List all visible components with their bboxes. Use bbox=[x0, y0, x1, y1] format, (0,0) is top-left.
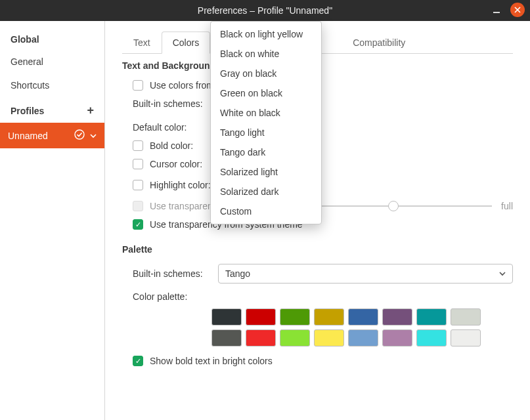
palette-scheme-dropdown[interactable]: Tango bbox=[218, 264, 513, 284]
bold-bright-label: Show bold text in bright colors bbox=[150, 356, 273, 366]
svg-point-1 bbox=[75, 130, 84, 139]
palette-builtin-label: Built-in schemes: bbox=[133, 268, 211, 279]
default-color-label: Default color: bbox=[133, 122, 211, 133]
slider-full-label: full bbox=[501, 201, 513, 211]
add-profile-icon[interactable]: + bbox=[87, 104, 94, 117]
palette-swatch[interactable] bbox=[416, 329, 447, 346]
scheme-option[interactable]: Custom bbox=[211, 201, 321, 221]
scheme-option[interactable]: White on black bbox=[211, 103, 321, 123]
cursor-color-checkbox[interactable] bbox=[133, 159, 143, 169]
palette-swatch[interactable] bbox=[382, 329, 412, 346]
use-system-colors-checkbox[interactable] bbox=[133, 80, 143, 91]
palette-builtin-row: Built-in schemes: Tango bbox=[122, 260, 513, 287]
color-palette-row: Color palette: bbox=[122, 287, 513, 306]
palette-heading: Palette bbox=[122, 244, 513, 255]
bold-color-checkbox[interactable] bbox=[133, 140, 143, 151]
palette-swatch[interactable] bbox=[382, 308, 412, 326]
sidebar-profile-unnamed[interactable]: Unnamed bbox=[0, 123, 104, 148]
profile-name-label: Unnamed bbox=[8, 131, 69, 141]
check-circle-icon bbox=[74, 129, 85, 142]
transparency-slider[interactable] bbox=[302, 205, 492, 207]
scheme-option[interactable]: Green on black bbox=[211, 83, 321, 103]
palette-swatch[interactable] bbox=[348, 308, 378, 326]
bold-color-label: Bold color: bbox=[150, 140, 193, 151]
palette-swatch[interactable] bbox=[451, 308, 481, 326]
palette-swatch[interactable] bbox=[348, 329, 378, 346]
palette-swatch[interactable] bbox=[246, 329, 276, 346]
chevron-down-icon bbox=[499, 268, 506, 279]
slider-knob-icon[interactable] bbox=[388, 201, 399, 211]
tab-colors[interactable]: Colors bbox=[162, 32, 210, 54]
palette-swatch[interactable] bbox=[246, 308, 276, 326]
sidebar-item-general[interactable]: General bbox=[0, 50, 104, 74]
palette-swatch[interactable] bbox=[280, 308, 310, 326]
scheme-option[interactable]: Solarized dark bbox=[211, 182, 321, 201]
minimize-button[interactable] bbox=[489, 3, 504, 17]
bold-bright-checkbox[interactable] bbox=[133, 356, 143, 366]
color-palette-grid bbox=[201, 308, 513, 346]
sys-transparency-checkbox[interactable] bbox=[133, 219, 143, 230]
palette-swatch[interactable] bbox=[211, 329, 242, 346]
palette-swatch[interactable] bbox=[280, 329, 310, 346]
scheme-option[interactable]: Black on light yellow bbox=[211, 24, 321, 44]
highlight-color-label: Highlight color: bbox=[150, 180, 215, 190]
window-title: Preferences – Profile "Unnamed" bbox=[198, 5, 332, 16]
builtin-schemes-label: Built-in schemes: bbox=[133, 98, 211, 109]
scheme-option[interactable]: Tango light bbox=[211, 123, 321, 142]
svg-rect-0 bbox=[493, 12, 500, 13]
scheme-dropdown-popup: Black on light yellowBlack on whiteGray … bbox=[210, 21, 322, 224]
sidebar-item-shortcuts[interactable]: Shortcuts bbox=[0, 74, 104, 97]
palette-swatch[interactable] bbox=[314, 308, 344, 326]
tab-text[interactable]: Text bbox=[122, 32, 162, 53]
color-palette-label: Color palette: bbox=[133, 291, 211, 302]
window-controls bbox=[489, 3, 525, 17]
scheme-option[interactable]: Gray on black bbox=[211, 64, 321, 83]
scheme-option[interactable]: Black on white bbox=[211, 44, 321, 64]
palette-swatch[interactable] bbox=[314, 329, 344, 346]
highlight-color-checkbox[interactable] bbox=[133, 180, 143, 190]
sidebar-section-global: Global bbox=[0, 28, 104, 50]
sidebar-heading-profiles: Profiles bbox=[11, 106, 44, 116]
sidebar-section-profiles: Profiles + bbox=[0, 97, 104, 123]
preferences-window: Preferences – Profile "Unnamed" Global G… bbox=[0, 0, 530, 420]
chevron-down-icon[interactable] bbox=[90, 131, 97, 141]
window-titlebar: Preferences – Profile "Unnamed" bbox=[0, 0, 530, 21]
scheme-option[interactable]: Tango dark bbox=[211, 142, 321, 162]
scheme-option[interactable]: Solarized light bbox=[211, 162, 321, 182]
close-button[interactable] bbox=[510, 3, 525, 17]
bold-bright-row: Show bold text in bright colors bbox=[122, 352, 513, 370]
palette-swatch[interactable] bbox=[451, 329, 481, 346]
cursor-color-label: Cursor color: bbox=[150, 159, 202, 169]
palette-swatch[interactable] bbox=[416, 308, 447, 326]
transparent-bg-checkbox[interactable] bbox=[133, 201, 143, 211]
palette-swatch[interactable] bbox=[211, 308, 242, 326]
palette-scheme-value: Tango bbox=[225, 268, 250, 279]
tab-compatibility[interactable]: Compatibility bbox=[342, 32, 416, 53]
sidebar-heading-global: Global bbox=[11, 34, 39, 45]
sidebar: Global General Shortcuts Profiles + Unna… bbox=[0, 21, 105, 420]
